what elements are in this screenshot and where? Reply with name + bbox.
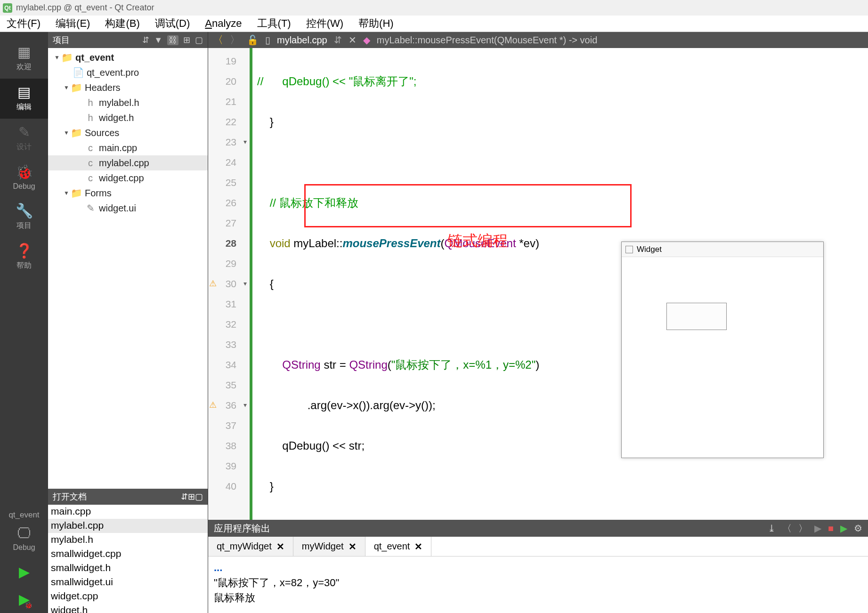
open-item[interactable]: mylabel.h [48,533,208,547]
close-icon[interactable]: ✕ [276,541,284,552]
app-icon [625,246,633,253]
open-item[interactable]: widget.cpp [48,589,208,604]
open-item[interactable]: smallwidget.ui [48,575,208,589]
tree-main-cpp[interactable]: cmain.cpp [48,140,208,155]
rail-target[interactable]: 🖵Debug [0,520,48,558]
project-tree[interactable]: ▼📁qt_event 📄qt_event.pro ▼📁Headers hmyla… [48,48,208,489]
menu-debug[interactable]: 调试(D) [155,16,190,31]
file-icon: ▯ [265,34,270,46]
close-icon[interactable]: ✕ [414,541,422,552]
link-icon[interactable]: ⛓ [167,35,178,45]
tree-widget-h[interactable]: hwidget.h [48,110,208,125]
output-panel-header: 应用程序输出 ⤓ 〈 〉 ▶ ■ ▶ ⚙ [208,520,868,537]
open-addsplit-icon[interactable]: ⊞ [188,492,195,502]
output-settings-icon[interactable]: ⚙ [854,523,862,534]
rail-welcome[interactable]: ▦欢迎 [0,39,48,79]
rail-help[interactable]: ❓帮助 [0,237,48,277]
tree-mylabel-cpp[interactable]: cmylabel.cpp [48,155,208,170]
output-tabs[interactable]: qt_myWidget✕ myWidget✕ qt_event✕ [208,537,868,557]
menu-widgets[interactable]: 控件(W) [306,16,343,31]
editor-symbol[interactable]: myLabel::mousePressEvent(QMouseEvent *) … [377,35,598,46]
tree-pro[interactable]: 📄qt_event.pro [48,65,208,80]
sort-icon[interactable]: ⇵ [142,35,149,45]
open-documents-title: 打开文档 [53,491,87,502]
nav-back-icon[interactable]: 〈 [213,33,223,47]
menu-tools[interactable]: 工具(T) [257,16,291,31]
qtcreator-icon: Qt [3,3,12,13]
tree-root[interactable]: ▼📁qt_event [48,50,208,65]
addsplit-icon[interactable]: ⊞ [183,35,190,45]
open-documents-list[interactable]: main.cpp mylabel.cpp mylabel.h smallwidg… [48,505,208,613]
nav-forward-icon[interactable]: 〉 [230,33,240,47]
open-item[interactable]: mylabel.cpp [48,519,208,533]
editor-toolbar: 〈 〉 🔓 ▯ mylabel.cpp ⇵ ✕ ◆ myLabel::mouse… [208,32,868,48]
side-panel: 项目 ⇵ ▼ ⛓ ⊞ ▢ ▼📁qt_event 📄qt_event.pro ▼📁… [48,32,208,613]
open-sort-icon[interactable]: ⇵ [181,492,188,502]
annotation-label: 链式编程 [447,231,508,251]
open-item[interactable]: widget.h [48,604,208,613]
output-body[interactable]: ... "鼠标按下了，x=82，y=30" 鼠标释放 [208,557,868,613]
menu-analyze[interactable]: Analyze [205,17,242,30]
output-next-icon[interactable]: 〉 [798,522,808,535]
rail-design[interactable]: ✎设计 [0,119,48,159]
rail-project[interactable]: 🔧项目 [0,197,48,237]
output-ellipsis: ... [214,560,862,575]
file-dropdown-icon[interactable]: ⇵ [334,34,342,46]
menu-help[interactable]: 帮助(H) [358,16,394,31]
symbol-diamond-icon: ◆ [363,34,370,46]
menubar[interactable]: 文件(F) 编辑(E) 构建(B) 调试(D) Analyze 工具(T) 控件… [0,16,868,32]
open-close-icon[interactable]: ▢ [195,492,203,502]
filter-icon[interactable]: ▼ [154,35,162,45]
output-line: 鼠标释放 [214,590,862,605]
titlebar: Qt mylabel.cpp @ qt_event - Qt Creator [0,0,868,16]
output-tab[interactable]: myWidget✕ [293,537,365,556]
tree-widget-ui[interactable]: ✎widget.ui [48,201,208,216]
open-item[interactable]: main.cpp [48,505,208,519]
project-panel-title: 项目 [53,34,70,46]
output-tab[interactable]: qt_myWidget✕ [208,537,293,556]
output-stop-icon[interactable]: ■ [828,523,834,534]
tree-sources[interactable]: ▼📁Sources [48,125,208,140]
mylabel-widget[interactable] [666,303,727,330]
output-prev-icon[interactable]: 〈 [782,522,792,535]
editor-filename[interactable]: mylabel.cpp [277,35,327,46]
tree-forms[interactable]: ▼📁Forms [48,186,208,201]
editor-area: 〈 〉 🔓 ▯ mylabel.cpp ⇵ ✕ ◆ myLabel::mouse… [208,32,868,613]
project-panel-header: 项目 ⇵ ▼ ⛓ ⊞ ▢ [48,32,208,48]
rail-kit[interactable]: qt_event [8,510,39,520]
output-run-icon[interactable]: ▶ [814,523,821,534]
menu-edit[interactable]: 编辑(E) [56,16,90,31]
output-tab[interactable]: qt_event✕ [365,537,432,556]
running-app-titlebar[interactable]: Widget [622,242,823,257]
close-panel-icon[interactable]: ▢ [195,35,203,45]
left-sidebar: ▦欢迎 ▤编辑 ✎设计 🐞Debug 🔧项目 ❓帮助 qt_event 🖵Deb… [0,32,48,613]
tree-mylabel-h[interactable]: hmylabel.h [48,95,208,110]
running-app-title: Widget [637,245,662,254]
open-documents-header: 打开文档 ⇵ ⊞ ▢ [48,489,208,505]
output-title: 应用程序输出 [214,522,270,535]
running-app-window[interactable]: Widget [621,242,824,458]
window-title: mylabel.cpp @ qt_event - Qt Creator [16,3,154,13]
output-rerun-icon[interactable]: ▶ [840,523,847,534]
editor-close-icon[interactable]: ✕ [349,34,357,46]
open-item[interactable]: smallwidget.cpp [48,547,208,561]
menu-file[interactable]: 文件(F) [7,16,41,31]
tree-widget-cpp[interactable]: cwidget.cpp [48,170,208,186]
close-icon[interactable]: ✕ [349,541,357,552]
output-line: "鼠标按下了，x=82，y=30" [214,575,862,590]
highlight-box [304,184,632,227]
rail-edit[interactable]: ▤编辑 [0,79,48,119]
rail-rundebug[interactable]: ▶🐞 [0,586,48,613]
rail-debug[interactable]: 🐞Debug [0,159,48,197]
lock-icon[interactable]: 🔓 [247,34,259,46]
tree-headers[interactable]: ▼📁Headers [48,80,208,95]
fold-column[interactable]: ▾ ▾▾ [240,48,250,520]
rail-run[interactable]: ▶ [0,558,48,586]
menu-build[interactable]: 构建(B) [105,16,139,31]
output-scroll-icon[interactable]: ⤓ [768,523,776,534]
line-gutter[interactable]: 1920212223 2425262728 2930313233 3435363… [208,48,240,520]
open-item[interactable]: smallwidget.h [48,561,208,575]
